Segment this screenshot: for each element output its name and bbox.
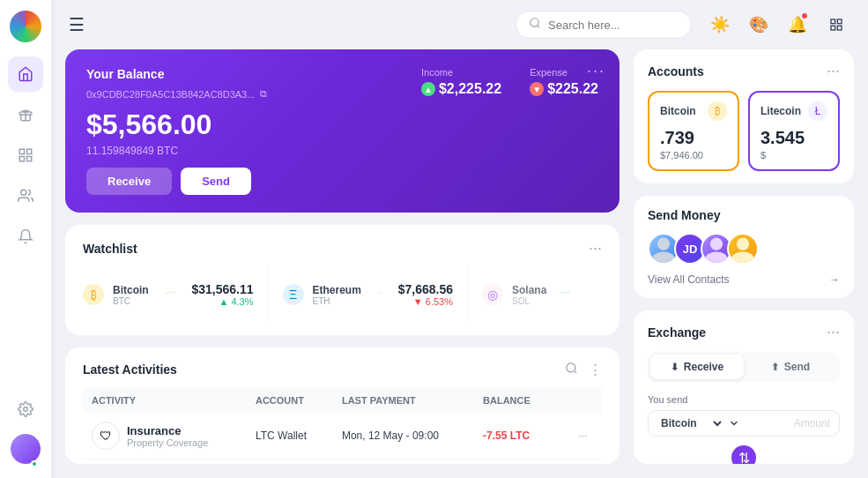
exchange-more-btn[interactable]: ··· [827,323,840,341]
exchange-card: Exchange ··· ⬇ Receive ⬆ Send You send [634,310,854,464]
swap-button[interactable]: ⇅ [731,445,756,464]
exchange-title: Exchange [648,325,706,340]
activity-cell-electricity: ⚡ Electricity Utility Payment [83,459,247,465]
svg-rect-1 [19,149,24,153]
sidebar-item-grid[interactable] [8,138,43,173]
view-all-contacts-btn[interactable]: View All Contacts → [648,273,840,286]
income-stat: Income ▲ $2,225.22 [421,67,501,97]
sidebar-avatar[interactable] [11,434,41,464]
svg-rect-3 [19,157,24,161]
receive-button[interactable]: Receive [86,168,172,195]
sidebar-item-users[interactable] [8,178,43,213]
watchlist-item-sol: ◎ Solana SOL [482,268,588,321]
receive-tab-icon: ⬇ [671,362,679,373]
activities-header-icons: ⋮ [565,362,602,377]
ltc-account-usd: $ [760,150,827,161]
right-column: Accounts ··· Bitcoin ₿ .739 $7,946.00 [634,49,854,464]
row-more-insurance[interactable]: ··· [569,413,602,459]
balance-stats: Income ▲ $2,225.22 Expense ▼ $225.22 [421,67,598,97]
svg-rect-10 [831,26,835,30]
account-item-ltc[interactable]: Litecoin Ł 3.545 $ [748,91,840,171]
svg-rect-4 [27,157,32,161]
btc-symbol: BTC [113,296,149,306]
svg-point-6 [24,407,28,412]
tab-send[interactable]: ⬆ Send [744,355,837,379]
table-row: 🛡 Insurance Property Coverage LTC Wallet… [83,413,602,459]
sidebar-item-settings[interactable] [8,392,43,427]
swap-row: ⇅ [648,442,840,464]
palette-icon[interactable]: 🎨 [745,11,773,39]
sidebar-item-home[interactable] [8,56,43,92]
sol-symbol: SOL [512,296,546,306]
accounts-items: Bitcoin ₿ .739 $7,946.00 Litecoin Ł 3.54… [648,91,840,171]
you-send-row: Bitcoin Ethereum Litecoin Amount [648,410,840,437]
accounts-title: Accounts [648,64,704,78]
activities-header: Latest Activities ⋮ [83,362,602,377]
activities-thead: ACTIVITY ACCOUNT LAST PAYMENT BALANCE [83,388,602,413]
search-input[interactable] [548,19,671,32]
send-select-chevron [730,419,738,428]
content-area: ··· Your Balance 0x9CDBC28F0A5C13B842AC8… [51,49,868,478]
insurance-icon: 🛡 [92,422,120,450]
table-row: ⚡ Electricity Utility Payment BTC Wallet… [83,459,602,465]
balance-btc: 11.159849849 BTC [86,145,598,157]
watchlist-title: Watchlist [83,242,137,256]
svg-rect-2 [27,149,32,153]
contact-avatar-4[interactable] [727,233,759,265]
view-all-label: View All Contacts [648,273,730,286]
balance-amount: $5,566.00 [86,108,598,141]
ltc-account-icon: Ł [808,101,827,121]
sun-icon[interactable]: ☀️ [706,11,734,39]
activities-title: Latest Activities [83,362,177,377]
btc-coin-icon: ₿ [83,284,104,305]
receive-tab-label: Receive [684,361,723,373]
payment-cell-electricity: Wed, 14 May - 12:47 [333,459,474,465]
svg-point-12 [567,363,575,372]
activities-card: Latest Activities ⋮ ACTIVITY ACCOUNT LAS… [65,347,619,464]
balance-cell-insurance: -7.55 LTC [474,413,569,459]
send-button[interactable]: Send [181,168,251,195]
watchlist-more-btn[interactable]: ··· [589,239,602,258]
watchlist-items: ₿ Bitcoin BTC $31,566.11 [83,268,602,321]
balance-cell-electricity: -0.0255 BTC [474,459,569,465]
accounts-card: Accounts ··· Bitcoin ₿ .739 $7,946.00 [634,49,854,183]
send-money-header: Send Money [648,208,840,222]
ltc-account-amount: 3.545 [760,128,827,148]
account-cell-ltc: LTC Wallet [247,413,333,459]
row-more-electricity[interactable]: ··· [569,459,602,465]
activities-search-icon[interactable] [565,362,578,377]
sidebar-item-gift[interactable] [8,97,43,132]
exchange-header: Exchange ··· [648,323,840,341]
send-tab-icon: ⬆ [771,362,779,373]
send-money-avatars: JD [648,233,840,265]
svg-rect-8 [831,19,835,24]
svg-point-5 [21,190,26,195]
balance-actions: Receive Send [86,168,598,195]
search-bar [516,11,692,39]
col-activity: ACTIVITY [83,388,247,413]
accounts-more-btn[interactable]: ··· [827,62,840,80]
col-payment: LAST PAYMENT [333,388,474,413]
accounts-header: Accounts ··· [648,62,840,80]
copy-icon[interactable]: ⧉ [260,88,267,100]
notification-icon[interactable]: 🔔 [783,11,812,39]
sidebar-item-bell[interactable] [8,219,43,254]
balance-card: ··· Your Balance 0x9CDBC28F0A5C13B842AC8… [65,49,619,213]
send-currency-select[interactable]: Bitcoin Ethereum Litecoin [657,416,724,430]
income-value: $2,225.22 [439,81,501,97]
svg-point-7 [530,19,538,26]
activities-more-btn[interactable]: ⋮ [589,362,602,377]
left-column: ··· Your Balance 0x9CDBC28F0A5C13B842AC8… [65,49,619,464]
payment-cell-insurance: Mon, 12 May - 09:00 [333,413,474,459]
menu-icon[interactable]: ☰ [69,14,85,35]
account-item-btc[interactable]: Bitcoin ₿ .739 $7,946.00 [648,91,739,171]
btc-account-name: Bitcoin [660,105,696,117]
app-logo [10,11,41,42]
col-balance: BALANCE [474,388,569,413]
tab-receive[interactable]: ⬇ Receive [650,355,744,379]
avatar-status-dot [31,460,38,467]
income-arrow-icon: ▲ [421,82,435,96]
apps-icon[interactable] [822,11,850,39]
eth-change: ▼ 6.53% [398,296,453,307]
expense-value: $225.22 [547,81,598,97]
